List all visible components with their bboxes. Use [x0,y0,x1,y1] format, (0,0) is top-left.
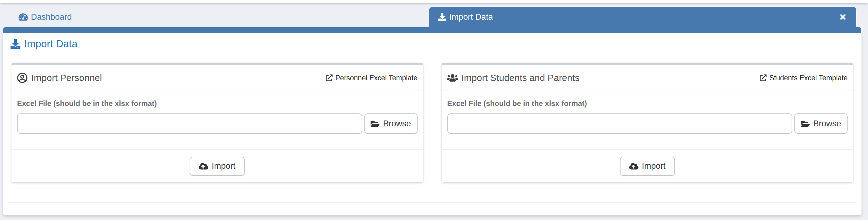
students-browse-button[interactable]: Browse [795,113,847,134]
personnel-template-link-label: Personnel Excel Template [335,74,417,82]
import-personnel-card-header: Import Personnel Personnel Excel Templat… [11,65,423,91]
download-icon [438,13,446,21]
tab-bar: Dashboard Import Data [0,3,868,27]
personnel-browse-button[interactable]: Browse [364,113,417,134]
import-personnel-card: Import Personnel Personnel Excel Templat… [11,63,423,182]
import-personnel-title: Import Personnel [17,73,102,83]
external-link-icon [326,74,333,81]
students-template-link[interactable]: Students Excel Template [760,74,847,82]
import-students-title: Import Students and Parents [447,73,580,83]
students-file-input[interactable] [447,113,793,134]
tab-import-data[interactable]: Import Data [429,7,857,27]
tab-dashboard[interactable]: Dashboard [3,7,428,27]
personnel-template-link[interactable]: Personnel Excel Template [326,74,417,82]
personnel-import-button[interactable]: Import [190,157,245,176]
personnel-file-input[interactable] [17,113,362,134]
folder-open-icon [801,119,810,128]
students-import-button[interactable]: Import [620,157,675,176]
students-import-label: Import [642,161,666,171]
page-title-text: Import Data [24,38,78,50]
main-panel: Import Data Import Personnel Personnel E… [3,33,862,215]
import-students-card-footer: Import [442,150,854,182]
import-students-card-body: Excel File (should be in the xlsx format… [442,91,854,150]
user-circle-icon [17,73,28,83]
cards-row: Import Personnel Personnel Excel Templat… [7,55,857,182]
import-personnel-title-text: Import Personnel [31,73,102,83]
page-title: Import Data [7,33,857,55]
cloud-upload-icon [199,161,208,171]
close-icon[interactable] [839,13,847,21]
users-icon [447,73,458,83]
active-tab-underline-bar [3,27,861,33]
external-link-icon [760,74,767,81]
students-file-label: Excel File (should be in the xlsx format… [447,99,848,108]
cloud-upload-icon [629,161,639,171]
students-file-row: Browse [447,113,848,134]
personnel-file-row: Browse [17,113,417,134]
tab-import-data-label: Import Data [450,12,493,22]
folder-open-icon [371,119,379,128]
personnel-file-label: Excel File (should be in the xlsx format… [17,99,417,108]
tab-dashboard-label: Dashboard [31,12,72,22]
panel-footer-divider [7,203,857,215]
import-students-card: Import Students and Parents Students Exc… [442,63,854,182]
dashboard-icon [19,12,28,22]
top-edge-strip [0,0,868,3]
download-icon [10,39,21,49]
personnel-browse-label: Browse [383,119,411,129]
import-students-title-text: Import Students and Parents [462,73,580,83]
students-template-link-label: Students Excel Template [769,74,847,82]
import-personnel-card-body: Excel File (should be in the xlsx format… [11,91,423,150]
personnel-import-label: Import [212,161,236,171]
import-students-card-header: Import Students and Parents Students Exc… [442,65,854,91]
students-browse-label: Browse [813,119,841,129]
import-personnel-card-footer: Import [11,150,423,182]
